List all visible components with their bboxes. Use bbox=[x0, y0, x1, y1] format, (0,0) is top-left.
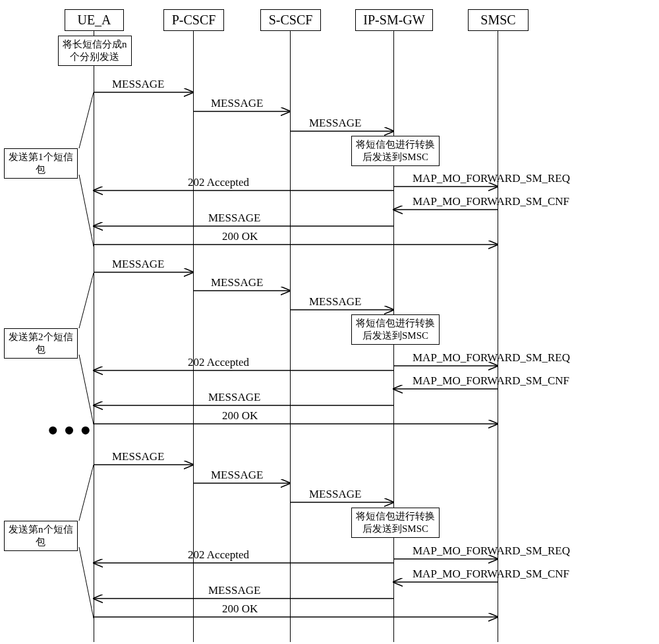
actor-smsc: SMSC bbox=[468, 9, 529, 31]
msg-1-req: MAP_MO_FORWARD_SM_REQ bbox=[413, 172, 570, 185]
note-convert-2: 将短信包进行转换后发送到SMSC bbox=[351, 314, 440, 345]
msg-1-message-back: MESSAGE bbox=[208, 212, 260, 225]
msg-n-accepted: 202 Accepted bbox=[188, 548, 249, 562]
msg-2-pcscf-scscf: MESSAGE bbox=[211, 276, 263, 289]
actor-ip-sm-gw: IP-SM-GW bbox=[355, 9, 433, 31]
msg-n-req: MAP_MO_FORWARD_SM_REQ bbox=[413, 544, 570, 558]
note-packet-n: 发送第n个短信包 bbox=[4, 521, 78, 551]
actor-ue-a: UE_A bbox=[65, 9, 124, 31]
msg-1-ok: 200 OK bbox=[222, 230, 258, 243]
svg-line-5 bbox=[79, 547, 94, 618]
msg-1-cnf: MAP_MO_FORWARD_SM_CNF bbox=[413, 195, 569, 208]
svg-line-1 bbox=[79, 175, 94, 247]
note-convert-1: 将短信包进行转换后发送到SMSC bbox=[351, 136, 440, 166]
msg-2-ok: 200 OK bbox=[222, 409, 258, 423]
note-packet-1: 发送第1个短信包 bbox=[4, 148, 78, 179]
msg-n-message-back: MESSAGE bbox=[208, 584, 260, 597]
lifeline-s-cscf bbox=[290, 30, 291, 642]
svg-line-4 bbox=[79, 465, 94, 521]
msg-2-req: MAP_MO_FORWARD_SM_REQ bbox=[413, 351, 570, 365]
actor-p-cscf: P-CSCF bbox=[163, 9, 224, 31]
note-convert-n: 将短信包进行转换后发送到SMSC bbox=[351, 508, 440, 538]
note-split-long-sms: 将长短信分成n个分别发送 bbox=[58, 36, 132, 66]
msg-2-accepted: 202 Accepted bbox=[188, 356, 249, 369]
msg-1-ue-pcscf: MESSAGE bbox=[112, 78, 164, 91]
msg-n-pcscf-scscf: MESSAGE bbox=[211, 469, 263, 482]
msg-1-pcscf-scscf: MESSAGE bbox=[211, 97, 263, 110]
msg-1-scscf-gw: MESSAGE bbox=[309, 117, 361, 130]
msg-2-ue-pcscf: MESSAGE bbox=[112, 258, 164, 271]
note-packet-2: 发送第2个短信包 bbox=[4, 328, 78, 359]
svg-line-2 bbox=[79, 273, 94, 328]
msg-2-scscf-gw: MESSAGE bbox=[309, 295, 361, 308]
msg-1-accepted: 202 Accepted bbox=[188, 176, 249, 189]
ellipsis: ● ● ● bbox=[47, 419, 91, 440]
actor-s-cscf: S-CSCF bbox=[260, 9, 321, 31]
msg-n-scscf-gw: MESSAGE bbox=[309, 488, 361, 501]
msg-n-ok: 200 OK bbox=[222, 602, 258, 616]
msg-n-ue-pcscf: MESSAGE bbox=[112, 450, 164, 463]
lifeline-ue-a bbox=[94, 30, 94, 642]
msg-2-cnf: MAP_MO_FORWARD_SM_CNF bbox=[413, 374, 569, 388]
msg-2-message-back: MESSAGE bbox=[208, 391, 260, 404]
svg-line-0 bbox=[79, 92, 94, 148]
msg-n-cnf: MAP_MO_FORWARD_SM_CNF bbox=[413, 568, 569, 581]
svg-line-3 bbox=[79, 355, 94, 424]
